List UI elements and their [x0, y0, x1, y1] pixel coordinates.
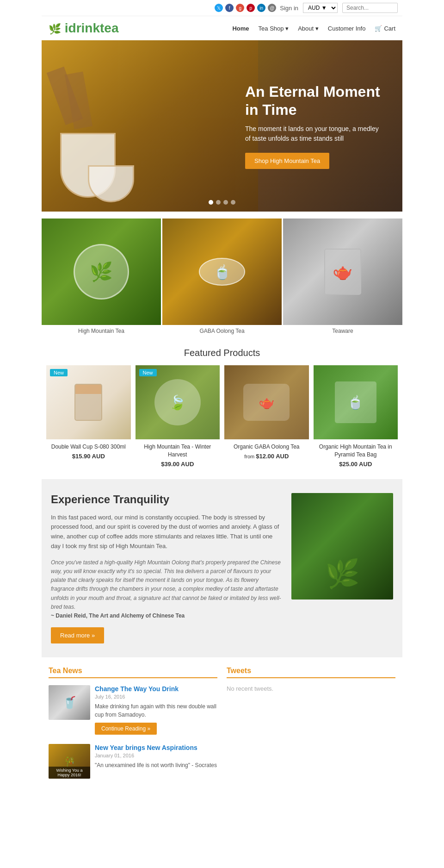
category-high-mountain-tea[interactable]: 🌿 High Mountain Tea: [42, 219, 161, 336]
cart-button[interactable]: 🛒 Cart: [375, 25, 395, 32]
cat-image-2: 🍵: [162, 219, 282, 325]
continue-reading-1[interactable]: Continue Reading »: [95, 723, 157, 735]
product-image-1: [46, 365, 131, 439]
news-content-2: New Year brings New Aspirations January …: [95, 744, 217, 779]
news-title-1[interactable]: Change The Way You Drink: [95, 685, 217, 693]
category-gaba-oolong-tea[interactable]: 🍵 GABA Oolong Tea: [162, 219, 282, 336]
product-price-1: $15.90 AUD: [46, 453, 131, 460]
product-image-3: 🫖: [224, 365, 309, 439]
experience-image: 🌿: [291, 493, 393, 599]
search-input[interactable]: [342, 3, 398, 13]
product-from-3: from: [244, 454, 256, 459]
experience-quote: Once you've tasted a high-quality High M…: [51, 558, 282, 620]
category-teaware[interactable]: 🫖 Teaware: [283, 219, 402, 336]
linkedin-icon[interactable]: in: [257, 4, 265, 12]
experience-attribution: ~ Daniel Reid, The Art and Alchemy of Ch…: [51, 612, 185, 619]
product-price-4: $25.00 AUD: [314, 461, 398, 468]
hero-subtitle: The moment it lands on your tongue, a me…: [245, 124, 384, 144]
nav-home[interactable]: Home: [232, 25, 249, 32]
nav-tea-shop[interactable]: Tea Shop ▾: [259, 25, 289, 32]
product-card-1[interactable]: New Double Wall Cup S-080 300ml $15.90 A…: [46, 365, 131, 470]
product-image-4: 🍵: [314, 365, 398, 439]
cat-image-1: 🌿: [42, 219, 161, 325]
product-name-1: Double Wall Cup S-080 300ml: [49, 443, 129, 451]
experience-section: Experience Tranquility In this fast pace…: [42, 479, 402, 658]
news-content-1: Change The Way You Drink July 16, 2016 M…: [95, 685, 217, 735]
twitter-icon[interactable]: 𝕏: [215, 4, 223, 12]
hero-dot-2[interactable]: [216, 200, 221, 205]
nav-about[interactable]: About ▾: [298, 25, 319, 32]
product-card-4[interactable]: 🍵 Organic High Mountain Tea in Pyramid T…: [314, 365, 398, 470]
news-tweets-section: Tea News 🥤 Change The Way You Drink July…: [42, 657, 402, 797]
tea-news-title: Tea News: [49, 667, 217, 678]
logo-colored: tea: [100, 21, 118, 35]
tweets-col: Tweets No recent tweets.: [227, 667, 395, 788]
product-name-4: Organic High Mountain Tea in Pyramid Tea…: [316, 443, 396, 459]
product-image-2: 🍃: [136, 365, 220, 439]
cat-label-2: GABA Oolong Tea: [162, 325, 282, 336]
email-icon[interactable]: @: [268, 4, 276, 12]
top-bar-right: Sign in AUD ▼: [280, 3, 398, 13]
cat-image-3: 🫖: [283, 219, 402, 325]
product-badge-1: New: [50, 369, 68, 376]
product-name-3: Organic GABA Oolong Tea: [227, 443, 307, 451]
hero-banner: An Eternal Moment in Time The moment it …: [42, 40, 402, 212]
news-title-2[interactable]: New Year brings New Aspirations: [95, 744, 217, 751]
sign-in-link[interactable]: Sign in: [280, 5, 298, 12]
hero-image: [42, 40, 258, 212]
category-grid: 🌿 High Mountain Tea 🍵 GABA Oolong Tea 🫖 …: [42, 219, 402, 336]
product-badge-2: New: [139, 369, 157, 376]
product-name-2: High Mountain Tea - Winter Harvest: [138, 443, 218, 459]
experience-body: In this fast paced word, our mind is con…: [51, 513, 282, 551]
product-price-3: from $12.00 AUD: [224, 453, 309, 460]
pinterest-icon[interactable]: p: [247, 4, 255, 12]
tea-news-col: Tea News 🥤 Change The Way You Drink July…: [49, 667, 217, 788]
featured-products-title: Featured Products: [42, 348, 402, 358]
currency-select[interactable]: AUD ▼: [303, 3, 338, 13]
product-price-2: $39.00 AUD: [136, 461, 220, 468]
cart-icon: 🛒: [375, 25, 382, 32]
tweets-title: Tweets: [227, 667, 395, 678]
hero-dot-3[interactable]: [223, 200, 228, 205]
news-summary-1: Make drinking fun again with this new do…: [95, 702, 217, 719]
cat-label-1: High Mountain Tea: [42, 325, 161, 336]
news-thumb-2: 🎋 Wishing You a Happy 2016!: [49, 744, 90, 779]
news-thumb-1: 🥤: [49, 685, 90, 720]
top-bar: 𝕏 f g p in @ Sign in AUD ▼: [42, 0, 402, 16]
experience-text: Experience Tranquility In this fast pace…: [51, 493, 282, 644]
cat-label-3: Teaware: [283, 325, 402, 336]
hero-dot-4[interactable]: [231, 200, 235, 205]
tweets-content: No recent tweets.: [227, 685, 395, 692]
read-more-button[interactable]: Read more »: [51, 627, 104, 643]
logo-plain: idrink: [65, 21, 100, 35]
social-icons: 𝕏 f g p in @: [215, 4, 276, 12]
nav-customer-info[interactable]: Customer Info: [328, 25, 366, 32]
news-item-1: 🥤 Change The Way You Drink July 16, 2016…: [49, 685, 217, 735]
news-date-1: July 16, 2016: [95, 694, 217, 699]
header: 🌿 idrinktea Home Tea Shop ▾ About ▾ Cust…: [42, 16, 402, 40]
news-item-2: 🎋 Wishing You a Happy 2016! New Year bri…: [49, 744, 217, 779]
hero-content: An Eternal Moment in Time The moment it …: [227, 74, 402, 178]
product-card-3[interactable]: 🫖 Organic GABA Oolong Tea from $12.00 AU…: [224, 365, 309, 470]
news-date-2: January 01, 2016: [95, 753, 217, 758]
main-nav: Home Tea Shop ▾ About ▾ Customer Info 🛒 …: [232, 25, 395, 32]
experience-title: Experience Tranquility: [51, 493, 282, 506]
products-grid: New Double Wall Cup S-080 300ml $15.90 A…: [42, 365, 402, 479]
hero-cta-button[interactable]: Shop High Mountain Tea: [245, 153, 329, 169]
hero-dot-1[interactable]: [209, 200, 213, 205]
google-icon[interactable]: g: [236, 4, 244, 12]
facebook-icon[interactable]: f: [225, 4, 234, 12]
hero-title: An Eternal Moment in Time: [245, 83, 384, 119]
news-summary-2: "An unexamined life is not worth living"…: [95, 761, 217, 769]
hero-dots: [209, 200, 235, 205]
logo[interactable]: 🌿 idrinktea: [49, 21, 118, 36]
product-card-2[interactable]: New 🍃 High Mountain Tea - Winter Harvest…: [136, 365, 220, 470]
